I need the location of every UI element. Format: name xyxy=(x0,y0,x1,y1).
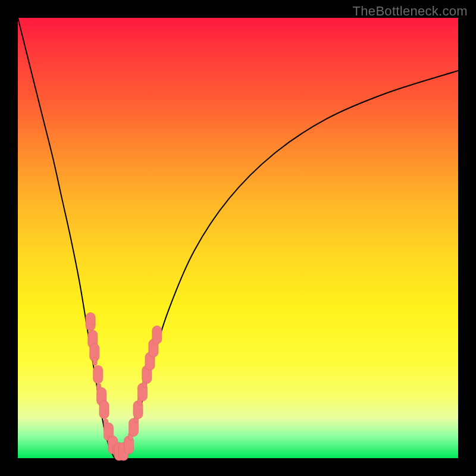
chart-svg xyxy=(18,18,458,458)
marker-point xyxy=(99,400,109,418)
marker-point xyxy=(152,326,162,344)
chart-frame: TheBottleneck.com xyxy=(0,0,476,476)
series-right-curve xyxy=(124,71,458,458)
marker-layer xyxy=(86,312,162,461)
marker-point xyxy=(86,312,95,330)
marker-point xyxy=(93,365,103,383)
curve-layer xyxy=(18,18,458,459)
marker-point xyxy=(93,357,97,365)
plot-area xyxy=(18,18,458,458)
watermark-text: TheBottleneck.com xyxy=(353,4,468,19)
